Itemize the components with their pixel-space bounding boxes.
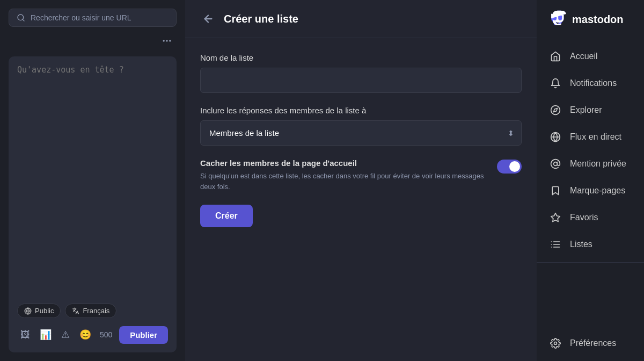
sidebar-item-favoris-label: Favoris: [570, 213, 598, 222]
replies-select[interactable]: Membres de la liste: [200, 120, 522, 146]
star-icon: [550, 212, 561, 223]
panel-title: Créer une liste: [224, 13, 298, 25]
replies-field-label: Inclure les réponses des membres de la l…: [200, 106, 522, 115]
globe-icon: [24, 307, 32, 315]
logo-text: mastodon: [572, 13, 624, 26]
create-button[interactable]: Créer: [200, 205, 253, 227]
sidebar-item-marque-pages[interactable]: Marque-pages: [537, 177, 644, 204]
gear-icon: [550, 337, 561, 349]
hide-toggle-text: Cacher les membres de la page d'accueil …: [200, 158, 488, 192]
sidebar-item-listes[interactable]: Listes: [537, 231, 644, 258]
bell-icon: [550, 77, 561, 89]
at-icon: [550, 158, 561, 170]
sidebar-item-explorer[interactable]: Explorer: [537, 97, 644, 124]
sidebar-item-mention[interactable]: Mention privée: [537, 150, 644, 177]
globe-nav-icon: [550, 131, 561, 143]
replies-field-group: Inclure les réponses des membres de la l…: [200, 106, 522, 146]
toggle-knob: [509, 161, 520, 172]
svg-point-12: [554, 162, 558, 166]
sidebar-item-accueil-label: Accueil: [570, 52, 598, 61]
compose-footer: Public Français: [17, 304, 168, 318]
left-panel: Rechercher ou saisir une URL Public Fran…: [0, 0, 185, 361]
mastodon-logo-icon: [547, 10, 567, 29]
hide-toggle-switch[interactable]: [497, 160, 522, 174]
list-name-input[interactable]: [200, 68, 522, 93]
svg-point-20: [554, 342, 557, 345]
media-button[interactable]: 🖼: [17, 326, 33, 344]
hide-toggle-desc: Si quelqu'un est dans cette liste, les c…: [200, 171, 488, 192]
compass-icon: [550, 104, 561, 116]
sidebar-item-mention-label: Mention privée: [570, 159, 626, 169]
search-icon: [17, 13, 25, 22]
sidebar-item-accueil[interactable]: Accueil: [537, 43, 644, 70]
mastodon-logo[interactable]: mastodon: [537, 0, 644, 39]
svg-point-3: [166, 40, 167, 41]
more-button[interactable]: [157, 33, 177, 50]
sidebar-item-notifications[interactable]: Notifications: [537, 70, 644, 97]
visibility-button[interactable]: Public: [17, 304, 61, 318]
bookmark-icon: [550, 185, 561, 197]
language-label: Français: [83, 307, 109, 315]
search-bar[interactable]: Rechercher ou saisir une URL: [9, 9, 177, 27]
translate-icon: [72, 307, 79, 315]
sidebar-item-flux[interactable]: Flux en direct: [537, 124, 644, 150]
char-count: 500: [100, 330, 112, 339]
more-dots-icon: [162, 35, 172, 46]
name-field-label: Nom de la liste: [200, 53, 522, 62]
nav-divider: [537, 262, 644, 263]
svg-point-4: [169, 40, 171, 41]
back-arrow-icon: [202, 13, 214, 25]
sidebar-item-flux-label: Flux en direct: [570, 132, 621, 142]
poll-button[interactable]: 📊: [36, 326, 55, 344]
hide-toggle-row: Cacher les membres de la page d'accueil …: [200, 158, 522, 192]
middle-panel: Créer une liste Nom de la liste Inclure …: [185, 0, 537, 361]
svg-point-8: [551, 106, 560, 115]
compose-actions: 🖼 📊 ⚠ 😊 500 Publier: [17, 326, 168, 344]
sidebar-item-notifications-label: Notifications: [570, 78, 617, 88]
svg-marker-9: [553, 108, 557, 112]
publish-button[interactable]: Publier: [119, 326, 168, 344]
right-panel: mastodon Accueil Notifications: [537, 0, 644, 361]
compose-textarea[interactable]: [17, 65, 168, 297]
sidebar-item-preferences[interactable]: Préférences: [537, 330, 644, 357]
panel-header: Créer une liste: [185, 0, 537, 38]
name-field-group: Nom de la liste: [200, 53, 522, 93]
hide-toggle-title: Cacher les membres de la page d'accueil: [200, 158, 488, 168]
nav-items: Accueil Notifications Explorer: [537, 39, 644, 361]
sidebar-item-favoris[interactable]: Favoris: [537, 204, 644, 231]
sidebar-item-marque-pages-label: Marque-pages: [570, 186, 625, 196]
warning-button[interactable]: ⚠: [58, 326, 73, 344]
emoji-button[interactable]: 😊: [76, 326, 94, 344]
compose-area: Public Français 🖼 📊 ⚠ 😊 500 Publier: [9, 56, 177, 352]
list-icon: [550, 239, 561, 250]
sidebar-item-preferences-label: Préférences: [570, 338, 616, 348]
search-placeholder: Rechercher ou saisir une URL: [31, 13, 131, 22]
back-button[interactable]: [200, 11, 216, 27]
svg-point-2: [163, 40, 165, 41]
visibility-label: Public: [35, 307, 54, 315]
svg-line-1: [23, 19, 24, 21]
svg-marker-13: [551, 213, 560, 222]
home-icon: [550, 50, 561, 62]
sidebar-item-explorer-label: Explorer: [570, 105, 602, 115]
panel-body: Nom de la liste Inclure les réponses des…: [185, 38, 537, 242]
replies-select-wrapper: Membres de la liste ⬍: [200, 120, 522, 146]
sidebar-item-listes-label: Listes: [570, 240, 592, 249]
language-button[interactable]: Français: [65, 304, 116, 318]
